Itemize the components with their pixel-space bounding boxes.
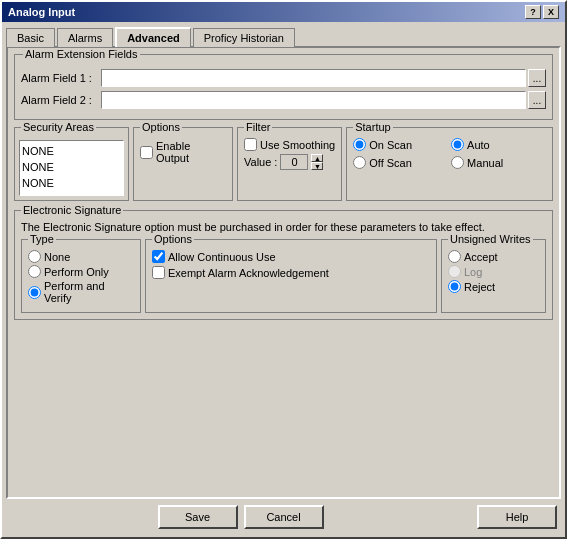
security-areas-label: Security Areas (21, 121, 96, 133)
type-perform-verify-label: Perform and Verify (44, 280, 134, 304)
options-group: Options Enable Output (133, 127, 233, 201)
help-button[interactable]: Help (477, 505, 557, 529)
allow-continuous-row: Allow Continuous Use (152, 250, 430, 263)
save-button[interactable]: Save (158, 505, 238, 529)
startup-group-label: Startup (353, 121, 392, 133)
alarm-field1-browse-button[interactable]: ... (528, 69, 546, 87)
exempt-alarm-label: Exempt Alarm Acknowledgement (168, 267, 329, 279)
esig-options-group: Options Allow Continuous Use Exempt Alar… (145, 239, 437, 313)
spinner-down-button[interactable]: ▼ (311, 162, 323, 170)
startup-group: Startup On Scan Auto Off Scan (346, 127, 553, 201)
spinner-up-button[interactable]: ▲ (311, 154, 323, 162)
value-input[interactable] (280, 154, 308, 170)
title-bar: Analog Input ? X (2, 2, 565, 22)
middle-row: Security Areas NONE NONE NONE Options En… (14, 127, 553, 201)
value-row: Value : ▲ ▼ (244, 154, 335, 170)
off-scan-row: Off Scan (353, 156, 448, 169)
type-perform-verify-radio[interactable] (28, 286, 41, 299)
esig-type-group: Type None Perform Only Perform and Verif… (21, 239, 141, 313)
type-perform-only-label: Perform Only (44, 266, 109, 278)
auto-radio[interactable] (451, 138, 464, 151)
tab-bar: Basic Alarms Advanced Proficy Historian (6, 26, 561, 46)
tab-advanced[interactable]: Advanced (115, 27, 191, 47)
log-radio[interactable] (448, 265, 461, 278)
off-scan-label: Off Scan (369, 157, 412, 169)
alarm-field2-browse-button[interactable]: ... (528, 91, 546, 109)
cancel-button[interactable]: Cancel (244, 505, 324, 529)
manual-label: Manual (467, 157, 503, 169)
type-perform-verify-row: Perform and Verify (28, 280, 134, 304)
spinner-buttons: ▲ ▼ (311, 154, 323, 170)
list-item: NONE (22, 175, 121, 191)
tab-alarms[interactable]: Alarms (57, 28, 113, 47)
startup-grid: On Scan Auto Off Scan Manual (353, 138, 546, 171)
type-none-row: None (28, 250, 134, 263)
alarm-field2-label: Alarm Field 2 : (21, 94, 101, 106)
alarm-field1-label: Alarm Field 1 : (21, 72, 101, 84)
esig-content: Type None Perform Only Perform and Verif… (21, 239, 546, 313)
enable-output-label: Enable Output (156, 140, 226, 164)
accept-radio[interactable] (448, 250, 461, 263)
use-smoothing-checkbox[interactable] (244, 138, 257, 151)
use-smoothing-row: Use Smoothing (244, 138, 335, 151)
esig-info-text: The Electronic Signature option must be … (21, 221, 546, 233)
alarm-field2-input[interactable] (101, 91, 526, 109)
reject-row: Reject (448, 280, 539, 293)
allow-continuous-label: Allow Continuous Use (168, 251, 276, 263)
main-window: Analog Input ? X Basic Alarms Advanced P… (0, 0, 567, 539)
filter-group: Filter Use Smoothing Value : ▲ ▼ (237, 127, 342, 201)
type-perform-only-radio[interactable] (28, 265, 41, 278)
alarm-extension-label: Alarm Extension Fields (23, 48, 140, 60)
manual-row: Manual (451, 156, 546, 169)
alarm-extension-fields-group: Alarm Extension Fields Alarm Field 1 : .… (14, 54, 553, 120)
type-none-radio[interactable] (28, 250, 41, 263)
alarm-field1-row: Alarm Field 1 : ... (21, 69, 546, 87)
value-label: Value : (244, 156, 277, 168)
close-title-button[interactable]: X (543, 5, 559, 19)
enable-output-checkbox[interactable] (140, 146, 153, 159)
esig-options-label: Options (152, 233, 194, 245)
auto-row: Auto (451, 138, 546, 151)
accept-row: Accept (448, 250, 539, 263)
allow-continuous-checkbox[interactable] (152, 250, 165, 263)
reject-radio[interactable] (448, 280, 461, 293)
options-group-label: Options (140, 121, 182, 133)
manual-radio[interactable] (451, 156, 464, 169)
type-perform-only-row: Perform Only (28, 265, 134, 278)
list-item: NONE (22, 143, 121, 159)
on-scan-label: On Scan (369, 139, 412, 151)
security-areas-group: Security Areas NONE NONE NONE (14, 127, 129, 201)
esig-type-label: Type (28, 233, 56, 245)
enable-output-row: Enable Output (140, 140, 226, 164)
security-areas-list[interactable]: NONE NONE NONE (19, 140, 124, 196)
alarm-field2-row: Alarm Field 2 : ... (21, 91, 546, 109)
auto-label: Auto (467, 139, 490, 151)
tab-proficy[interactable]: Proficy Historian (193, 28, 295, 47)
type-none-label: None (44, 251, 70, 263)
title-bar-buttons: ? X (525, 5, 559, 19)
accept-label: Accept (464, 251, 498, 263)
unsigned-writes-group: Unsigned Writes Accept Log Reject (441, 239, 546, 313)
tab-panel-advanced: Alarm Extension Fields Alarm Field 1 : .… (6, 46, 561, 499)
exempt-alarm-checkbox[interactable] (152, 266, 165, 279)
reject-label: Reject (464, 281, 495, 293)
content-area: Basic Alarms Advanced Proficy Historian … (2, 22, 565, 537)
log-row: Log (448, 265, 539, 278)
footer: Save Cancel Help (6, 499, 561, 533)
help-title-button[interactable]: ? (525, 5, 541, 19)
exempt-alarm-row: Exempt Alarm Acknowledgement (152, 266, 430, 279)
esig-group-label: Electronic Signature (21, 204, 123, 216)
alarm-field1-input[interactable] (101, 69, 526, 87)
electronic-signature-group: Electronic Signature The Electronic Sign… (14, 210, 553, 320)
window-title: Analog Input (8, 6, 75, 18)
filter-group-label: Filter (244, 121, 272, 133)
on-scan-row: On Scan (353, 138, 448, 151)
unsigned-writes-label: Unsigned Writes (448, 233, 533, 245)
log-label: Log (464, 266, 482, 278)
tab-basic[interactable]: Basic (6, 28, 55, 47)
on-scan-radio[interactable] (353, 138, 366, 151)
use-smoothing-label: Use Smoothing (260, 139, 335, 151)
off-scan-radio[interactable] (353, 156, 366, 169)
list-item: NONE (22, 159, 121, 175)
